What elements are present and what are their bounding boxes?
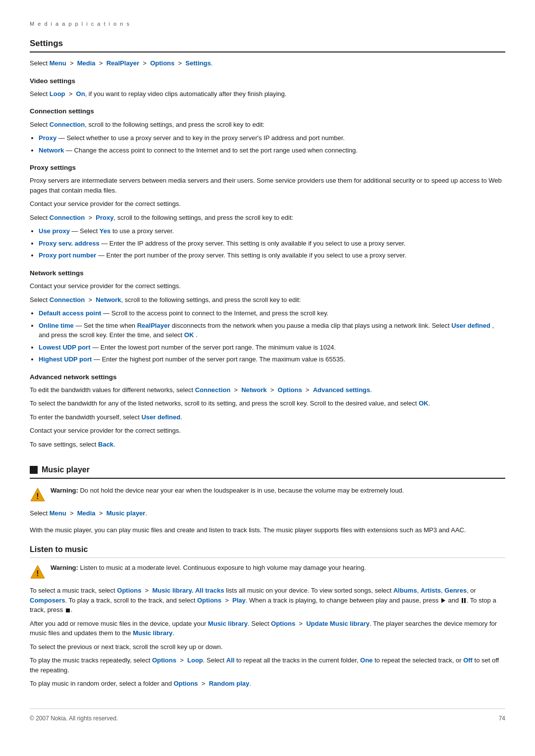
- page-header: M e d i a a p p l i c a t i o n s: [30, 20, 505, 28]
- back-link[interactable]: Back: [98, 441, 113, 448]
- settings-link[interactable]: Settings: [185, 59, 211, 67]
- settings-breadcrumb: Select Menu > Media > RealPlayer > Optio…: [30, 58, 505, 68]
- advanced-network-para3: To enter the bandwidth yourself, select …: [30, 412, 505, 422]
- proxy-settings-heading: Proxy settings: [30, 163, 505, 173]
- list-item: Network — Change the access point to con…: [39, 146, 505, 155]
- connection-settings-heading: Connection settings: [30, 106, 505, 116]
- list-item: Proxy port number — Enter the port numbe…: [39, 251, 505, 260]
- music-player-intro: With the music player, you can play musi…: [30, 525, 505, 535]
- albums-link[interactable]: Albums: [393, 587, 417, 594]
- options-random-link[interactable]: Options: [173, 680, 198, 687]
- list-item: Highest UDP port — Enter the highest por…: [39, 354, 505, 364]
- listen-para2: After you add or remove music files in t…: [30, 619, 505, 638]
- music-player-section: Music player ! Warning: Do not hold the …: [30, 464, 505, 689]
- default-access-point-link[interactable]: Default access point: [39, 309, 101, 317]
- settings-title: Settings: [30, 37, 505, 53]
- online-time-link[interactable]: Online time: [39, 322, 74, 329]
- options-advanced-link[interactable]: Options: [278, 386, 302, 394]
- use-proxy-link[interactable]: Use proxy: [39, 227, 70, 235]
- proxy-settings-para1: Proxy servers are intermediate servers b…: [30, 176, 505, 195]
- footer-copyright: © 2007 Nokia. All rights reserved.: [30, 714, 118, 723]
- genres-link[interactable]: Genres: [444, 587, 467, 594]
- composers-link[interactable]: Composers: [30, 597, 65, 604]
- update-music-library-link[interactable]: Update Music library: [306, 620, 370, 627]
- realplayer-network-link[interactable]: RealPlayer: [137, 322, 170, 329]
- page-footer: © 2007 Nokia. All rights reserved. 74: [30, 708, 505, 723]
- all-loop-link[interactable]: All: [226, 656, 235, 664]
- listen-para1: To select a music track, select Options …: [30, 586, 505, 615]
- play-link[interactable]: Play: [232, 597, 246, 604]
- music-library-update-link[interactable]: Music library: [208, 620, 248, 627]
- music-library-link[interactable]: Music library.: [152, 587, 193, 594]
- footer-page-number: 74: [499, 714, 505, 723]
- connection-settings-intro: Select Connection, scroll to the followi…: [30, 120, 505, 130]
- off-loop-link[interactable]: Off: [463, 656, 473, 664]
- options-loop-link[interactable]: Options: [152, 656, 176, 664]
- one-loop-link[interactable]: One: [360, 656, 373, 664]
- connection-network-link[interactable]: Connection: [50, 296, 85, 303]
- play-icon-inline: [440, 597, 446, 604]
- realplayer-link[interactable]: RealPlayer: [107, 59, 140, 67]
- options-link[interactable]: Options: [150, 59, 174, 67]
- proxy-settings-select: Select Connection > Proxy, scroll to the…: [30, 213, 505, 223]
- proxy-serv-address-link[interactable]: Proxy serv. address: [39, 240, 100, 247]
- network-sub-link[interactable]: Network: [96, 296, 121, 303]
- menu-mp-link[interactable]: Menu: [50, 509, 66, 517]
- connection-advanced-link[interactable]: Connection: [195, 386, 231, 394]
- music-library-ref-link[interactable]: Music library: [133, 629, 172, 637]
- lowest-udp-link[interactable]: Lowest UDP port: [39, 344, 91, 351]
- warning-box-1: ! Warning: Do not hold the device near y…: [30, 486, 505, 503]
- stop-icon-inline: [65, 606, 71, 613]
- advanced-network-para5: To save settings, select Back.: [30, 440, 505, 450]
- connection-link[interactable]: Connection: [50, 121, 85, 128]
- warning-box-2: ! Warning: Listen to music at a moderate…: [30, 563, 505, 580]
- user-defined-link[interactable]: User defined: [451, 322, 490, 329]
- loop-link[interactable]: Loop: [50, 90, 65, 98]
- listen-to-music-heading: Listen to music: [30, 544, 505, 558]
- yes-link[interactable]: Yes: [100, 227, 110, 235]
- svg-text:!: !: [36, 569, 39, 578]
- list-item: Default access point — Scroll to the acc…: [39, 308, 505, 318]
- music-player-header: Music player: [30, 464, 505, 479]
- ok-link[interactable]: OK: [184, 331, 194, 339]
- list-item: Lowest UDP port — Enter the lowest port …: [39, 343, 505, 353]
- network-advanced-link[interactable]: Network: [241, 386, 267, 394]
- menu-link[interactable]: Menu: [50, 59, 66, 67]
- loop-music-link[interactable]: Loop: [187, 656, 203, 664]
- options-update-link[interactable]: Options: [271, 620, 295, 627]
- highest-udp-link[interactable]: Highest UDP port: [39, 355, 92, 363]
- list-item: Proxy — Select whether to use a proxy se…: [39, 133, 505, 143]
- connection-proxy-link[interactable]: Connection: [50, 214, 85, 221]
- options-play-link[interactable]: Options: [197, 597, 221, 604]
- list-item: Proxy serv. address — Enter the IP addre…: [39, 239, 505, 249]
- media-mp-link[interactable]: Media: [77, 509, 96, 517]
- proxy-link[interactable]: Proxy: [39, 134, 56, 142]
- artists-link[interactable]: Artists: [421, 587, 441, 594]
- musicplayer-mp-link[interactable]: Music player: [107, 509, 146, 517]
- options-listen-link[interactable]: Options: [117, 587, 141, 594]
- user-defined-adv-link[interactable]: User defined: [141, 413, 180, 421]
- all-tracks-link[interactable]: All tracks: [195, 587, 224, 594]
- advanced-network-para1: To edit the bandwidth values for differe…: [30, 385, 505, 395]
- network-settings-select: Select Connection > Network, scroll to t…: [30, 295, 505, 305]
- chapter-title: M e d i a a p p l i c a t i o n s: [30, 20, 505, 28]
- warning-icon-2: !: [30, 564, 46, 580]
- advanced-settings-link[interactable]: Advanced settings: [313, 386, 371, 394]
- media-link[interactable]: Media: [77, 59, 96, 67]
- network-link[interactable]: Network: [39, 147, 64, 154]
- video-settings-text: Select Loop > On, if you want to replay …: [30, 89, 505, 99]
- proxy-settings-list: Use proxy — Select Yes to use a proxy se…: [39, 226, 505, 260]
- listen-para4: To play the music tracks repeatedly, sel…: [30, 655, 505, 675]
- warning-text-1: Warning: Do not hold the device near you…: [51, 486, 404, 496]
- proxy-settings-para2: Contact your service provider for the co…: [30, 199, 505, 209]
- proxy-sub-link[interactable]: Proxy: [96, 214, 113, 221]
- ok-adv-link[interactable]: OK: [419, 400, 428, 407]
- random-play-link[interactable]: Random play: [209, 680, 250, 687]
- proxy-port-number-link[interactable]: Proxy port number: [39, 252, 96, 259]
- on-link[interactable]: On: [76, 90, 85, 98]
- music-player-breadcrumb: Select Menu > Media > Music player.: [30, 508, 505, 518]
- advanced-network-heading: Advanced network settings: [30, 372, 505, 382]
- advanced-network-para2: To select the bandwidth for any of the l…: [30, 399, 505, 408]
- music-player-icon: [30, 466, 38, 474]
- pause-icon-inline: [461, 597, 467, 604]
